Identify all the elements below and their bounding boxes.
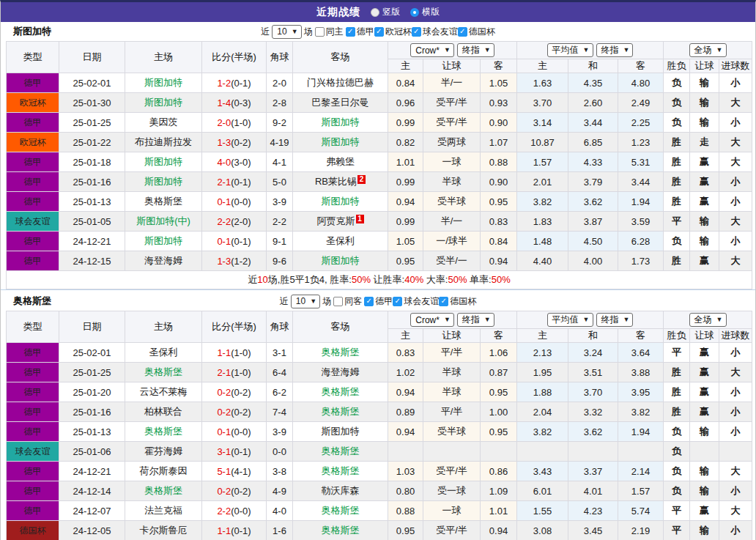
home-team[interactable]: 美因茨 [125, 113, 202, 133]
home-team[interactable]: 斯图加特 [125, 152, 202, 172]
match-row: 欧冠杯25-01-30斯图加特1-4(0-3)2-8巴黎圣日尔曼0.96受平/半… [7, 93, 752, 113]
away-team[interactable]: 勒沃库森 [293, 481, 388, 501]
away-team[interactable]: 奥格斯堡 [293, 343, 388, 363]
odds-handicap: 受平/半 [423, 521, 481, 540]
away-team[interactable]: 奥格斯堡 [293, 501, 388, 521]
avg-draw [568, 442, 618, 462]
col-header-date: 日期 [59, 311, 125, 343]
away-team[interactable]: 斯图加特 [293, 251, 388, 271]
away-team[interactable]: 斯图加特 [293, 113, 388, 133]
avg-home: 1.57 [517, 152, 568, 172]
final-odds-value: 终指 [601, 314, 619, 326]
checkbox-unchecked-icon[interactable] [315, 27, 325, 37]
league-filter-checkbox[interactable]: ✓球会友谊 [412, 26, 458, 38]
final-odds-select[interactable]: 终指▼ [457, 43, 494, 57]
final-odds-select[interactable]: 终指▼ [596, 313, 634, 327]
radio-selected-icon[interactable] [410, 8, 419, 17]
league-badge: 德甲 [7, 192, 59, 212]
corner-score: 2-0 [267, 73, 293, 93]
checkbox-checked-icon[interactable]: ✓ [374, 27, 384, 37]
away-team[interactable]: 海登海姆 [293, 363, 388, 382]
away-team[interactable]: 斯图加特 [293, 133, 388, 152]
col-header-goals: 进球数 [719, 329, 752, 343]
average-select[interactable]: 平均值▼ [547, 313, 593, 327]
final-odds-select[interactable]: 终指▼ [596, 43, 634, 57]
same-venue-checkbox[interactable]: 同主 [315, 26, 344, 38]
match-count-select[interactable]: 10▼ [291, 295, 320, 308]
away-team[interactable]: 奥格斯堡 [293, 382, 388, 402]
checkbox-checked-icon[interactable]: ✓ [393, 297, 402, 306]
league-filter-checkbox[interactable]: ✓球会友谊 [393, 295, 439, 308]
summary-line: 近10场,胜5平1负4, 胜率:50% 让胜率:40% 大率:50% 单率:50… [248, 274, 510, 285]
corner-score: 6-2 [267, 382, 293, 402]
league-filter-checkbox[interactable]: ✓德国杯 [439, 295, 476, 308]
layout-option-horizontal[interactable]: 横版 [410, 6, 440, 18]
match-count-select[interactable]: 10▼ [272, 25, 301, 39]
home-team[interactable]: 布拉迪斯拉发 [125, 133, 202, 152]
fulltime-score: 1-3 [217, 137, 231, 148]
bookmaker-select[interactable]: Crow*▼ [410, 43, 454, 57]
fulltime-score: 2-1 [217, 177, 231, 188]
away-team[interactable]: 阿贾克斯1 [293, 212, 388, 232]
odds-away: 0.94 [481, 521, 517, 540]
away-team[interactable]: 奥格斯堡 [293, 442, 388, 462]
avg-home: 1.95 [517, 363, 568, 382]
radio-unselected-icon[interactable] [371, 8, 379, 17]
home-team[interactable]: 奥格斯堡 [125, 363, 202, 382]
home-team[interactable]: 斯图加特 [125, 93, 202, 113]
home-team[interactable]: 荷尔斯泰因 [125, 462, 202, 481]
league-filter-checkbox[interactable]: ✓德国杯 [458, 26, 495, 38]
scope-select[interactable]: 全场▼ [689, 313, 727, 327]
result-goals: 小 [719, 521, 752, 540]
away-team[interactable]: 奥格斯堡 [293, 402, 388, 422]
chevron-down-icon: ▼ [484, 317, 491, 323]
home-team[interactable]: 斯图加特(中) [125, 212, 202, 232]
checkbox-checked-icon[interactable]: ✓ [439, 297, 448, 306]
halftime-score: (0-0) [231, 426, 251, 437]
checkbox-checked-icon[interactable]: ✓ [346, 27, 355, 37]
match-score: 0-2(0-2) [202, 402, 267, 422]
home-team[interactable]: 柏林联合 [125, 402, 202, 422]
league-filter-checkbox[interactable]: ✓德甲 [346, 26, 374, 38]
away-team[interactable]: 斯图加特 [293, 192, 388, 212]
home-team[interactable]: 奥格斯堡 [125, 481, 202, 501]
home-team[interactable]: 斯图加特 [125, 73, 202, 93]
summary-segment: 50% [352, 274, 371, 285]
halftime-score: (0-2) [231, 407, 251, 418]
scope-select[interactable]: 全场▼ [689, 43, 727, 57]
away-team[interactable]: RB莱比锡2 [293, 172, 388, 192]
checkbox-unchecked-icon[interactable] [333, 297, 343, 306]
league-filter-checkbox[interactable]: ✓德甲 [364, 295, 393, 308]
layout-option-vertical[interactable]: 竖版 [371, 6, 400, 18]
chevron-down-icon: ▼ [583, 317, 590, 323]
same-venue-checkbox[interactable]: 同客 [333, 295, 362, 308]
home-team[interactable]: 法兰克福 [125, 501, 202, 521]
home-team[interactable]: 卡尔斯鲁厄 [125, 521, 202, 540]
home-team[interactable]: 斯图加特 [125, 172, 202, 192]
away-team[interactable]: 弗赖堡 [293, 152, 388, 172]
away-team[interactable]: 圣保利 [293, 232, 388, 251]
bookmaker-select[interactable]: Crow*▼ [410, 313, 454, 327]
checkbox-checked-icon[interactable]: ✓ [412, 27, 421, 37]
home-team[interactable]: 奥格斯堡 [125, 422, 202, 442]
away-team[interactable]: 巴黎圣日尔曼 [293, 93, 388, 113]
away-team[interactable]: 门兴格拉德巴赫 [293, 73, 388, 93]
home-team[interactable]: 斯图加特 [125, 232, 202, 251]
checkbox-checked-icon[interactable]: ✓ [364, 297, 374, 306]
away-team[interactable]: 奥格斯堡 [293, 521, 388, 540]
home-team[interactable]: 霍芬海姆 [125, 442, 202, 462]
home-team[interactable]: 圣保利 [125, 343, 202, 363]
fulltime-score: 2-1 [217, 367, 231, 378]
avg-home: 3.82 [517, 192, 568, 212]
league-filter-checkbox[interactable]: ✓欧冠杯 [374, 26, 412, 38]
result-goals: 大 [719, 93, 752, 113]
col-header-avg-draw: 和 [568, 329, 618, 343]
away-team[interactable]: 奥格斯堡 [293, 462, 388, 481]
average-select[interactable]: 平均值▼ [547, 43, 593, 57]
home-team[interactable]: 云达不莱梅 [125, 382, 202, 402]
final-odds-select[interactable]: 终指▼ [457, 313, 494, 327]
home-team[interactable]: 海登海姆 [125, 251, 202, 271]
checkbox-checked-icon[interactable]: ✓ [458, 27, 467, 37]
away-team[interactable]: 斯图加特 [293, 422, 388, 442]
home-team[interactable]: 奥格斯堡 [125, 192, 202, 212]
